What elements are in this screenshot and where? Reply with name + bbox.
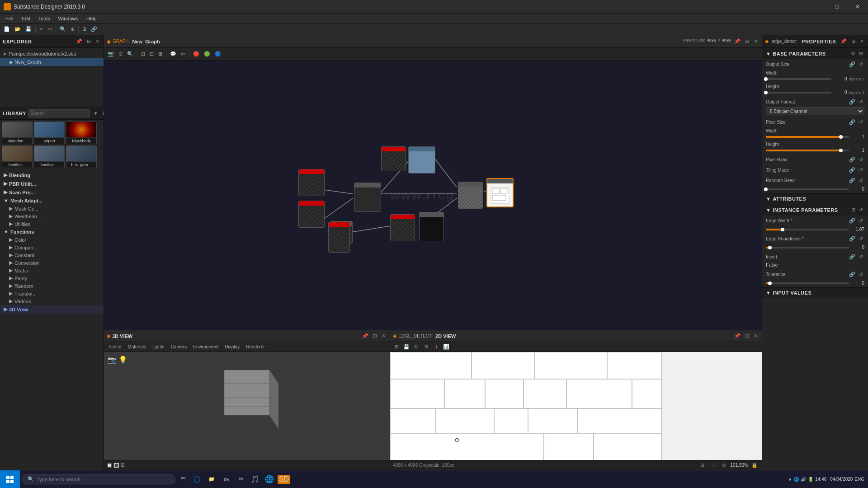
2d-status-cursor[interactable]: ⊹ xyxy=(709,461,718,470)
2d-icon-settings[interactable]: ⚙ xyxy=(422,343,431,352)
lib-color[interactable]: ▶ Color xyxy=(0,236,104,244)
menu-tools[interactable]: Tools xyxy=(35,15,54,22)
props-close[interactable]: ✕ xyxy=(859,38,865,45)
lib-mesh-header[interactable]: ▼ Mesh Adapt... xyxy=(0,197,104,205)
close-button[interactable]: ✕ xyxy=(847,0,868,14)
gtb-grid[interactable]: ⊞ xyxy=(139,50,147,58)
3d-menu-environment[interactable]: Environment xyxy=(190,344,221,350)
lib-random[interactable]: ▶ Random xyxy=(0,282,104,290)
taskbar-start[interactable] xyxy=(0,470,20,488)
2d-status-grid[interactable]: ⊞ xyxy=(698,461,707,470)
graph-node-7[interactable] xyxy=(390,214,415,241)
lib-utilities[interactable]: ▶ Utilities xyxy=(0,220,104,228)
2d-icon-fit[interactable]: ⊞ xyxy=(392,343,401,352)
taskbar-mail[interactable]: ✉ xyxy=(233,470,248,488)
lib-parity[interactable]: ▶ Parity xyxy=(0,274,104,282)
tray-battery[interactable]: 🔋 xyxy=(808,477,813,482)
3d-menu-camera[interactable]: Camera xyxy=(168,344,190,350)
of-link[interactable]: 🔗 xyxy=(848,99,857,105)
graph-node-1[interactable] xyxy=(298,169,325,196)
ew-link[interactable]: 🔗 xyxy=(848,217,857,224)
menu-edit[interactable]: Edit xyxy=(18,15,34,22)
3d-menu-renderer[interactable]: Renderer xyxy=(243,344,268,350)
2d-expand[interactable]: ⊞ xyxy=(744,333,750,339)
graph-node-9[interactable] xyxy=(458,182,483,209)
maximize-button[interactable]: □ xyxy=(826,0,847,14)
tol-link[interactable]: 🔗 xyxy=(848,271,857,278)
lib-pbr[interactable]: ▶ PBR Utilit... xyxy=(0,179,104,188)
3d-expand[interactable]: ⊞ xyxy=(372,333,378,339)
lib-weatherin[interactable]: ▶ Weatherin... xyxy=(0,212,104,220)
props-expand[interactable]: ⊞ xyxy=(850,38,857,45)
gtb-align[interactable]: ⊟ xyxy=(148,50,156,58)
explorer-pin[interactable]: 📌 xyxy=(75,38,84,45)
menu-help[interactable]: Help xyxy=(83,15,100,22)
explorer-expand[interactable]: ⊞ xyxy=(85,38,92,45)
tb-grid[interactable]: ⊞ xyxy=(80,25,88,33)
lib-mask-ge[interactable]: ▶ Mask Ge... xyxy=(0,205,104,212)
3d-light-icon[interactable]: 💡 xyxy=(118,356,127,364)
lib-scan[interactable]: ▶ Scan Pro... xyxy=(0,188,104,197)
lib-functions[interactable]: ▼ Functions ▶ Color ▶ Compari... ▶ Const… xyxy=(0,228,104,305)
taskbar-app3[interactable]: SD xyxy=(277,470,291,488)
ew-reset[interactable]: ↺ xyxy=(858,217,864,224)
taskbar-app1[interactable]: 🎵 xyxy=(248,470,262,488)
props-pin[interactable]: 📌 xyxy=(839,38,848,45)
inv-link[interactable]: 🔗 xyxy=(848,253,857,260)
lib-3dview-header[interactable]: ▶ 3D View xyxy=(0,305,104,314)
graph-expand[interactable]: ⊞ xyxy=(744,38,750,45)
lib-scan-header[interactable]: ▶ Scan Pro... xyxy=(0,188,104,197)
3d-close[interactable]: ✕ xyxy=(380,333,387,339)
gtb-pin-b[interactable]: 🔵 xyxy=(213,50,223,58)
window-controls[interactable]: — □ ✕ xyxy=(806,0,868,14)
lib-transfor[interactable]: ▶ Transfor... xyxy=(0,290,104,297)
lib-pbr-header[interactable]: ▶ PBR Utilit... xyxy=(0,179,104,188)
ip-icon1[interactable]: ⊞ xyxy=(850,206,857,213)
taskbar-explorer[interactable]: 📁 xyxy=(204,470,219,488)
lib-mesh[interactable]: ▼ Mesh Adapt... ▶ Mask Ge... ▶ Weatherin… xyxy=(0,197,104,228)
lib-blending-header[interactable]: ▶ Blending xyxy=(0,171,104,179)
graph-close[interactable]: ✕ xyxy=(752,38,759,45)
graph-node-2[interactable] xyxy=(298,201,325,228)
os-reset[interactable]: ↺ xyxy=(858,61,864,68)
output-format-select[interactable]: 8 Bits per Channel 16 Bits per Channel xyxy=(766,107,864,115)
minimize-button[interactable]: — xyxy=(806,0,826,14)
2d-close[interactable]: ✕ xyxy=(752,333,759,339)
2d-icon-copy[interactable]: ⧉ xyxy=(412,343,421,352)
thumb-bonifaci1[interactable]: bonifaci... xyxy=(2,145,33,168)
lib-functions-header[interactable]: ▼ Functions xyxy=(0,228,104,236)
gtb-pin-g[interactable]: 🟢 xyxy=(202,50,212,58)
2d-icon-chart[interactable]: 📊 xyxy=(442,343,451,352)
gtb-frame[interactable]: ▭ xyxy=(179,50,187,58)
gtb-comment[interactable]: 💬 xyxy=(168,50,178,58)
tb-snap[interactable]: 🔗 xyxy=(89,25,99,33)
library-filter[interactable]: ▼ xyxy=(92,110,99,117)
3d-menu-scene[interactable]: Scene xyxy=(106,344,124,350)
tray-chevron[interactable]: ∧ xyxy=(788,477,792,482)
lib-conversion[interactable]: ▶ Conversion xyxy=(0,259,104,267)
library-search[interactable] xyxy=(28,109,90,117)
tol-reset[interactable]: ↺ xyxy=(858,271,864,278)
taskbar-store[interactable]: 🛍 xyxy=(219,470,233,488)
input-values-header[interactable]: ▼ INPUT VALUES xyxy=(762,288,868,298)
graph-pin[interactable]: 📌 xyxy=(733,38,742,45)
2d-pin[interactable]: 📌 xyxy=(733,333,742,339)
2d-scene[interactable] xyxy=(390,352,762,460)
ip-icon2[interactable]: ↺ xyxy=(858,206,864,213)
3d-camera-icon[interactable]: 📷 xyxy=(108,356,117,364)
pr-reset[interactable]: ↺ xyxy=(858,156,864,163)
pr-link[interactable]: 🔗 xyxy=(848,156,857,163)
bp-icon1[interactable]: ⚙ xyxy=(849,50,857,57)
gtb-pin-r[interactable]: 🔴 xyxy=(191,50,201,58)
taskbar-task-view[interactable]: 🗔 xyxy=(175,470,190,488)
gtb-zoom[interactable]: 🔍 xyxy=(125,50,135,58)
pixel-w-slider[interactable] xyxy=(766,136,849,138)
tb-fit[interactable]: ⊕ xyxy=(69,25,76,33)
ps-link[interactable]: 🔗 xyxy=(848,119,857,126)
taskbar-edge[interactable]: ⬡ xyxy=(190,470,204,488)
explorer-close[interactable]: ✕ xyxy=(94,38,101,45)
tb-zoom[interactable]: 🔍 xyxy=(58,25,68,33)
gtb-camera[interactable]: 📷 xyxy=(106,50,116,58)
base-params-header[interactable]: ▼ BASE PARAMETERS ⚙ ⊞ xyxy=(762,48,868,59)
thumb-airport[interactable]: airport xyxy=(34,122,65,144)
